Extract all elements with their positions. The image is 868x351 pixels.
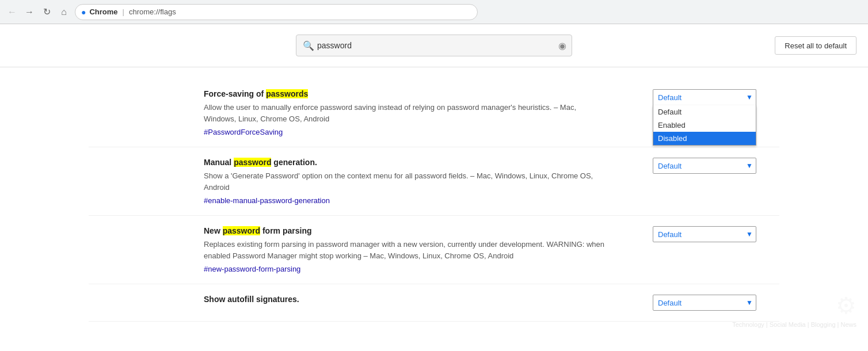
dropdown-item[interactable]: Enabled bbox=[653, 119, 756, 132]
flag-control: DefaultEnabledDisabled▼ bbox=[653, 226, 756, 242]
clear-search-button[interactable]: ◉ bbox=[558, 40, 566, 51]
flag-item: Show autofill signatures.DefaultEnabledD… bbox=[89, 284, 779, 322]
site-name: Chrome bbox=[89, 7, 117, 16]
flags-search-bar: 🔍 ◉ Reset all to default bbox=[0, 24, 868, 67]
flag-control: DefaultEnabledDisabled▼ bbox=[653, 158, 756, 174]
flag-content: Force-saving of passwordsAllow the user … bbox=[204, 89, 607, 136]
flag-dropdown-wrapper: DefaultEnabledDisabled▼ bbox=[653, 295, 756, 311]
flag-content: New password form parsingReplaces existi… bbox=[204, 226, 607, 273]
flag-title-highlight: passwords bbox=[266, 89, 308, 98]
flag-control: DefaultEnabledDisabled▼ bbox=[653, 295, 756, 311]
search-input[interactable] bbox=[296, 35, 572, 56]
dropdown-menu: DefaultEnabledDisabled bbox=[653, 105, 756, 146]
browser-chrome: ← → ↻ ⌂ ● Chrome | chrome://flags bbox=[0, 0, 868, 24]
home-button[interactable]: ⌂ bbox=[58, 6, 70, 18]
search-icon: 🔍 bbox=[303, 40, 314, 51]
flag-item: New password form parsingReplaces existi… bbox=[89, 216, 779, 284]
flag-description: Replaces existing form parsing in passwo… bbox=[204, 239, 607, 261]
forward-button[interactable]: → bbox=[23, 6, 36, 18]
address-separator: | bbox=[123, 7, 124, 16]
flag-select[interactable]: DefaultEnabledDisabled bbox=[653, 295, 756, 311]
address-bar: ● Chrome | chrome://flags bbox=[75, 4, 478, 20]
flag-select[interactable]: DefaultEnabledDisabled bbox=[653, 158, 756, 174]
flags-list: Force-saving of passwordsAllow the user … bbox=[89, 67, 779, 333]
flag-content: Manual password generation.Show a 'Gener… bbox=[204, 158, 607, 205]
flag-title: Force-saving of passwords bbox=[204, 89, 607, 98]
dropdown-item[interactable]: Default bbox=[653, 105, 756, 119]
flag-content: Show autofill signatures. bbox=[204, 295, 607, 307]
flag-description: Allow the user to manually enforce passw… bbox=[204, 102, 607, 124]
flag-item: Force-saving of passwordsAllow the user … bbox=[89, 79, 779, 147]
globe-icon: ● bbox=[81, 7, 86, 17]
back-button[interactable]: ← bbox=[6, 6, 18, 18]
flag-title-highlight: password bbox=[223, 226, 260, 235]
search-container: 🔍 ◉ bbox=[296, 35, 572, 56]
flag-title-highlight: password bbox=[234, 158, 271, 167]
flag-link[interactable]: #enable-manual-password-generation bbox=[204, 196, 330, 205]
flag-select[interactable]: DefaultEnabledDisabled bbox=[653, 226, 756, 242]
url-display: chrome://flags bbox=[129, 7, 176, 16]
flag-select[interactable]: DefaultEnabledDisabled bbox=[653, 89, 756, 105]
reset-all-button[interactable]: Reset all to default bbox=[775, 36, 856, 55]
flag-title: Show autofill signatures. bbox=[204, 295, 607, 304]
flag-title: Manual password generation. bbox=[204, 158, 607, 167]
flag-link[interactable]: #PasswordForceSaving bbox=[204, 128, 283, 136]
flag-description: Show a 'Generate Password' option on the… bbox=[204, 170, 607, 193]
reload-button[interactable]: ↻ bbox=[40, 6, 53, 18]
flag-link[interactable]: #new-password-form-parsing bbox=[204, 265, 300, 273]
flag-dropdown-wrapper: DefaultEnabledDisabled▼DefaultEnabledDis… bbox=[653, 89, 756, 105]
flag-control: DefaultEnabledDisabled▼DefaultEnabledDis… bbox=[653, 89, 756, 105]
flag-dropdown-wrapper: DefaultEnabledDisabled▼ bbox=[653, 158, 756, 174]
flag-title: New password form parsing bbox=[204, 226, 607, 235]
flag-dropdown-wrapper: DefaultEnabledDisabled▼ bbox=[653, 226, 756, 242]
flag-item: Manual password generation.Show a 'Gener… bbox=[89, 147, 779, 216]
dropdown-item[interactable]: Disabled bbox=[653, 132, 756, 145]
